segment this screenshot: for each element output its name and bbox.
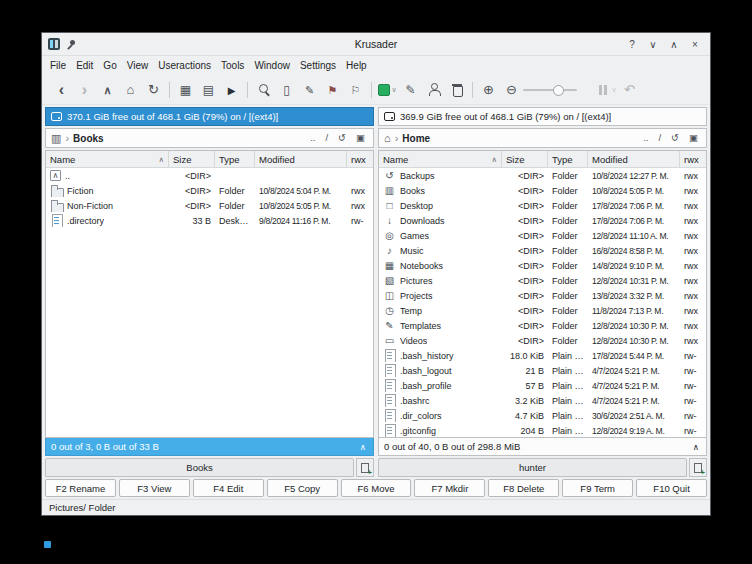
file-row[interactable]: Pictures <DIR> Folder 12/8/2024 10:31 P.… — [379, 273, 706, 288]
column-header[interactable]: Type — [215, 151, 255, 167]
root-dir-button[interactable]: / — [322, 133, 331, 143]
file-row[interactable]: .. <DIR> — [46, 168, 373, 183]
column-header[interactable]: Name ∧ — [379, 151, 502, 167]
file-row[interactable]: Notebooks <DIR> Folder 14/8/2024 9:10 P.… — [379, 258, 706, 273]
column-header[interactable]: rwx — [347, 151, 373, 167]
pin-icon[interactable] — [65, 38, 77, 50]
toolbar-button[interactable] — [96, 78, 119, 102]
right-media-info-bar[interactable]: 369.9 GiB free out of 468.1 GiB (79%) on… — [378, 107, 707, 126]
minimize-button[interactable]: ∨ — [644, 36, 662, 52]
toolbar-button[interactable] — [468, 78, 477, 102]
menu-item[interactable]: Settings — [295, 59, 341, 72]
toolbar-button[interactable] — [197, 78, 220, 102]
toolbar-button[interactable] — [376, 78, 399, 102]
toolbar-button[interactable] — [321, 78, 344, 102]
column-header[interactable]: Modified — [588, 151, 680, 167]
fn-key-button[interactable]: F6 Move — [341, 479, 412, 497]
file-row[interactable]: Fiction <DIR> Folder 10/8/2024 5:04 P. M… — [46, 183, 373, 198]
toolbar-button[interactable] — [298, 78, 321, 102]
file-row[interactable]: Music <DIR> Folder 16/8/2024 8:58 P. M. … — [379, 243, 706, 258]
menu-item[interactable]: View — [122, 59, 154, 72]
fn-key-button[interactable]: F2 Rename — [45, 479, 116, 497]
menu-item[interactable]: Help — [341, 59, 372, 72]
toolbar-button[interactable] — [399, 78, 422, 102]
file-row[interactable]: .dir_colors 4.7 KiB Plain t… 30/6/2024 2… — [379, 408, 706, 423]
toolbar-button[interactable] — [445, 78, 468, 102]
toolbar-button[interactable] — [422, 78, 445, 102]
fn-key-button[interactable]: F8 Delete — [488, 479, 559, 497]
column-header[interactable]: Size — [169, 151, 215, 167]
fn-key-button[interactable]: F7 Mkdir — [414, 479, 485, 497]
file-row[interactable]: .bash_logout 21 B Plain t… 4/7/2024 5:21… — [379, 363, 706, 378]
toolbar-button[interactable] — [523, 78, 577, 102]
collapse-icon[interactable]: ∧ — [358, 442, 368, 452]
collapse-icon[interactable]: ∧ — [691, 442, 701, 452]
toolbar-button[interactable] — [165, 78, 174, 102]
file-row[interactable]: Temp <DIR> Folder 11/8/2024 7:13 P. M. r… — [379, 303, 706, 318]
new-tab-button[interactable] — [356, 458, 374, 477]
toolbar-button[interactable] — [142, 78, 165, 102]
fn-key-button[interactable]: F9 Term — [562, 479, 633, 497]
menu-item[interactable]: Edit — [71, 59, 98, 72]
file-row[interactable]: Books <DIR> Folder 10/8/2024 5:05 P. M. … — [379, 183, 706, 198]
file-type: Folder — [548, 231, 588, 241]
menu-item[interactable]: Tools — [216, 59, 249, 72]
close-button[interactable]: × — [686, 36, 704, 52]
toolbar-button[interactable] — [50, 78, 73, 102]
toolbar-button[interactable] — [243, 78, 252, 102]
fn-key-button[interactable]: F4 Edit — [193, 479, 264, 497]
toolbar-button[interactable] — [477, 78, 500, 102]
toolbar-button[interactable] — [73, 78, 96, 102]
file-row[interactable]: .directory 33 B Desktop en… 9/8/2024 11:… — [46, 213, 373, 228]
menu-item[interactable]: File — [45, 59, 71, 72]
column-header[interactable]: Size — [502, 151, 548, 167]
fn-key-button[interactable]: F5 Copy — [267, 479, 338, 497]
history-icon[interactable]: ↺ — [335, 133, 349, 143]
toolbar-button[interactable] — [500, 78, 523, 102]
file-row[interactable]: Projects <DIR> Folder 13/8/2024 3:32 P. … — [379, 288, 706, 303]
column-header[interactable]: Name ∧ — [46, 151, 169, 167]
toolbar-button[interactable] — [367, 78, 376, 102]
toolbar-button[interactable] — [252, 78, 275, 102]
column-header[interactable]: Modified — [255, 151, 347, 167]
toolbar-button[interactable] — [275, 78, 298, 102]
toolbar-button[interactable] — [595, 78, 618, 102]
maximize-button[interactable]: ∧ — [665, 36, 683, 52]
menu-item[interactable]: Go — [98, 59, 121, 72]
menu-item[interactable]: Useractions — [153, 59, 216, 72]
file-row[interactable]: Templates <DIR> Folder 12/8/2024 10:30 P… — [379, 318, 706, 333]
toolbar-button[interactable] — [344, 78, 367, 102]
history-icon[interactable]: ↺ — [668, 133, 682, 143]
sidebar-icon[interactable]: ▣ — [686, 133, 701, 143]
file-row[interactable]: .gitconfig 204 B Plain t… 12/8/2024 9:19… — [379, 423, 706, 437]
breadcrumb[interactable]: Books — [73, 133, 104, 144]
sidebar-icon[interactable]: ▣ — [353, 133, 368, 143]
file-row[interactable]: Desktop <DIR> Folder 17/8/2024 7:06 P. M… — [379, 198, 706, 213]
fn-key-button[interactable]: F10 Quit — [636, 479, 707, 497]
root-dir-button[interactable]: / — [655, 133, 664, 143]
toolbar-button[interactable] — [618, 78, 641, 102]
toolbar-button[interactable] — [220, 78, 243, 102]
file-row[interactable]: Videos <DIR> Folder 12/8/2024 10:30 P. M… — [379, 333, 706, 348]
tab-hunter[interactable]: hunter — [378, 458, 687, 477]
toolbar-button[interactable] — [119, 78, 142, 102]
file-row[interactable]: Non-Fiction <DIR> Folder 10/8/2024 5:05 … — [46, 198, 373, 213]
file-row[interactable]: Backups <DIR> Folder 10/8/2024 12:27 P. … — [379, 168, 706, 183]
parent-dir-button[interactable]: .. — [307, 133, 318, 143]
file-row[interactable]: .bash_profile 57 B Plain t… 4/7/2024 5:2… — [379, 378, 706, 393]
tab-books[interactable]: Books — [45, 458, 354, 477]
file-row[interactable]: Downloads <DIR> Folder 17/8/2024 7:06 P.… — [379, 213, 706, 228]
fn-key-button[interactable]: F3 View — [119, 479, 190, 497]
breadcrumb[interactable]: Home — [402, 133, 430, 144]
column-header[interactable]: Type — [548, 151, 588, 167]
parent-dir-button[interactable]: .. — [640, 133, 651, 143]
column-header[interactable]: rwx — [680, 151, 706, 167]
help-button[interactable]: ? — [623, 36, 641, 52]
file-row[interactable]: Games <DIR> Folder 12/8/2024 11:10 A. M.… — [379, 228, 706, 243]
file-row[interactable]: .bashrc 3.2 KiB Plain t… 4/7/2024 5:21 P… — [379, 393, 706, 408]
new-tab-button[interactable] — [689, 458, 707, 477]
left-media-info-bar[interactable]: 370.1 GiB free out of 468.1 GiB (79%) on… — [45, 107, 374, 126]
file-row[interactable]: .bash_history 18.0 KiB Plain t… 17/8/202… — [379, 348, 706, 363]
menu-item[interactable]: Window — [249, 59, 295, 72]
toolbar-button[interactable] — [174, 78, 197, 102]
